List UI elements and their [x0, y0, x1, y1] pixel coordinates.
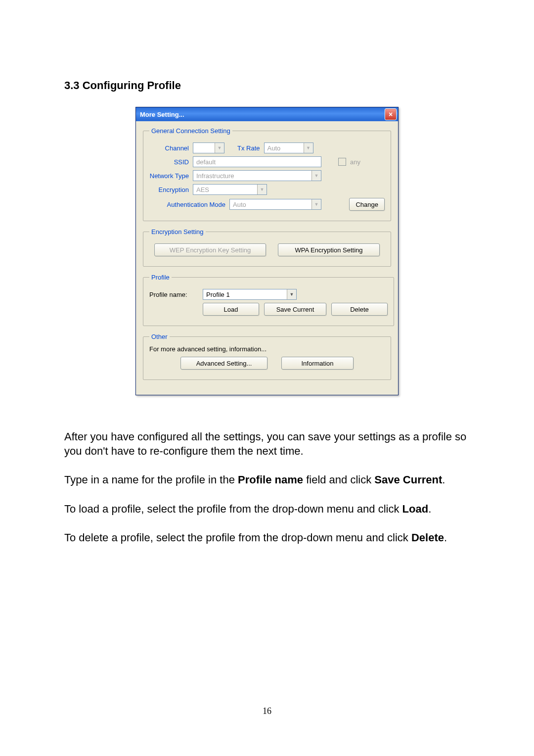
chevron-down-icon: ▼ [215, 143, 224, 153]
information-button[interactable]: Information [281, 357, 354, 370]
save-current-button[interactable]: Save Current [264, 303, 326, 316]
legend-encryption-setting: Encryption Setting [149, 228, 206, 236]
paragraph-save: Type in a name for the profile in the Pr… [64, 473, 470, 487]
dialog-body: General Connection Setting Channel ▼ Tx … [136, 121, 398, 395]
dialog-title: More Setting... [140, 111, 184, 118]
chevron-down-icon: ▼ [287, 289, 296, 299]
text: To delete a profile, select the profile … [64, 531, 411, 544]
label-profile-name: Profile name: [149, 291, 199, 298]
profile-name-select[interactable]: Profile 1 ▼ [203, 289, 297, 300]
ssid-value: default [196, 158, 216, 166]
wep-key-setting-button[interactable]: WEP Encryption Key Setting [154, 243, 266, 256]
fieldset-general-connection: General Connection Setting Channel ▼ Tx … [143, 127, 391, 221]
page-number: 16 [0, 706, 534, 716]
close-icon[interactable]: × [385, 108, 397, 120]
bold-profile-name: Profile name [238, 473, 303, 486]
tx-rate-select[interactable]: Auto ▼ [264, 142, 313, 153]
network-type-select[interactable]: Infrastructure ▼ [193, 170, 321, 181]
dialog-titlebar[interactable]: More Setting... × [136, 107, 398, 121]
ssid-input[interactable]: default [193, 156, 321, 167]
label-encryption: Encryption [149, 186, 189, 193]
label-ssid: SSID [149, 158, 189, 166]
chevron-down-icon: ▼ [312, 171, 321, 181]
legend-general-connection: General Connection Setting [149, 127, 232, 135]
legend-profile: Profile [149, 274, 172, 281]
channel-select[interactable]: ▼ [193, 142, 224, 153]
bold-load: Load [402, 503, 429, 515]
fieldset-encryption-setting: Encryption Setting WEP Encryption Key Se… [143, 228, 391, 267]
chevron-down-icon: ▼ [257, 185, 267, 194]
advanced-setting-button[interactable]: Advanced Setting... [180, 357, 267, 370]
bold-save-current: Save Current [374, 473, 442, 486]
encryption-value: AES [196, 186, 209, 193]
wpa-setting-button[interactable]: WPA Encryption Setting [278, 243, 380, 256]
delete-button[interactable]: Delete [331, 303, 388, 316]
label-channel: Channel [149, 144, 189, 152]
more-setting-dialog: More Setting... × General Connection Set… [135, 107, 399, 395]
load-button[interactable]: Load [203, 303, 259, 316]
paragraph-intro: After you have configured all the settin… [64, 430, 470, 458]
text: . [442, 473, 445, 486]
text: To load a profile, select the profile fr… [64, 503, 402, 515]
label-any: any [350, 158, 360, 166]
fieldset-profile: Profile Profile name: Profile 1 ▼ Load S… [143, 274, 394, 326]
text: field and click [303, 473, 374, 486]
text: Type in a name for the profile in the [64, 473, 238, 486]
fieldset-other: Other For more advanced setting, informa… [143, 333, 391, 380]
encryption-select[interactable]: AES ▼ [193, 184, 267, 195]
label-tx-rate: Tx Rate [237, 144, 260, 152]
chevron-down-icon: ▼ [304, 143, 313, 153]
auth-mode-select[interactable]: Auto ▼ [229, 199, 321, 210]
paragraph-delete: To delete a profile, select the profile … [64, 531, 470, 545]
paragraph-load: To load a profile, select the profile fr… [64, 502, 470, 517]
network-type-value: Infrastructure [196, 172, 234, 180]
label-auth-mode: Authentication Mode [149, 201, 225, 208]
label-network-type: Network Type [149, 172, 189, 180]
profile-name-value: Profile 1 [206, 291, 230, 298]
tx-rate-value: Auto [267, 144, 281, 152]
text: . [444, 531, 447, 544]
change-button[interactable]: Change [349, 198, 385, 211]
any-checkbox[interactable] [338, 158, 346, 166]
auth-mode-value: Auto [233, 201, 246, 208]
chevron-down-icon: ▼ [312, 199, 321, 209]
bold-delete: Delete [411, 531, 444, 544]
section-heading: 3.3 Configuring Profile [64, 79, 470, 92]
other-desc: For more advanced setting, information..… [149, 345, 385, 353]
legend-other: Other [149, 333, 170, 340]
text: . [428, 503, 431, 515]
